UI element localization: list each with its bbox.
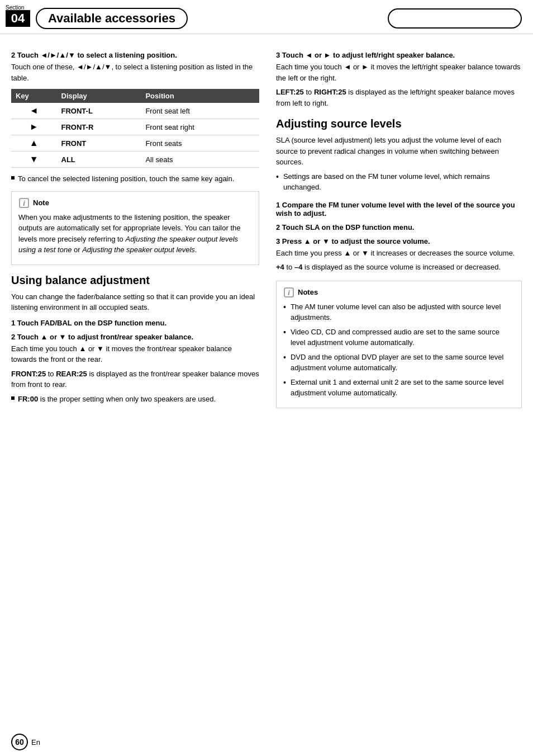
section3-bullets: Settings are based on the FM tuner volum…: [276, 171, 522, 193]
notes-list: The AM tuner volume level can also be ad…: [283, 301, 515, 399]
page-number: 60: [11, 734, 28, 750]
plus4: +4: [276, 263, 284, 271]
lang-label: En: [31, 738, 40, 746]
table-cell-key: ►: [11, 119, 57, 135]
section-number: 04: [6, 10, 30, 27]
footer: 60 En: [11, 734, 40, 750]
table-cell-display: FRONT: [57, 135, 141, 152]
bullet-symbol: [11, 176, 15, 179]
col-position: Position: [141, 89, 259, 103]
rear25: REAR:25: [56, 370, 87, 378]
col-display: Display: [57, 89, 141, 103]
front25: FRONT:25: [11, 370, 46, 378]
sla-step3-heading: 3 Press ▲ or ▼ to adjust the source volu…: [276, 237, 522, 245]
table-header: Key Display Position: [11, 89, 259, 103]
fr00: FR:00: [18, 395, 38, 403]
listening-position-table: Key Display Position ◄ FRONT-L Front sea…: [11, 89, 259, 168]
section2-intro: You can change the fader/balance setting…: [11, 291, 259, 313]
sla-step1-heading: 1 Compare the FM tuner volume level with…: [276, 201, 522, 218]
cancel-note: To cancel the selected listening positio…: [11, 173, 259, 185]
notes-list-item: The AM tuner volume level can also be ad…: [283, 301, 515, 323]
sla-step3-body2: +4 to –4 is displayed as the source volu…: [276, 262, 522, 273]
notes-title: i Notes: [283, 287, 515, 298]
table-row: ► FRONT-R Front seat right: [11, 119, 259, 135]
notes-box: i Notes The AM tuner volume level can al…: [276, 281, 522, 408]
svg-text:i: i: [288, 289, 290, 297]
section3-intro: SLA (source level adjustment) lets you a…: [276, 135, 522, 168]
page: Section 04 Available accessories 2 Touch…: [0, 0, 533, 756]
table-cell-position: Front seat left: [141, 103, 259, 119]
balance-step2-heading: 2 Touch ▲ or ▼ to adjust front/rear spea…: [11, 333, 259, 341]
step3-body: Each time you touch ◄ or ► it moves the …: [276, 62, 522, 83]
note-title: i Note: [18, 197, 252, 209]
balance-step1-heading: 1 Touch FAD/BAL on the DSP function menu…: [11, 319, 259, 327]
to-text: to: [46, 370, 56, 378]
table-row: ▲ FRONT Front seats: [11, 135, 259, 152]
header: 04 Available accessories: [0, 3, 533, 34]
table-cell-display: FRONT-R: [57, 119, 141, 135]
fr00-note: FR:00 is the proper setting when only tw…: [11, 394, 259, 405]
balance-step2-body2: FRONT:25 to REAR:25 is displayed as the …: [11, 368, 259, 390]
sla-step2-heading: 2 Touch SLA on the DSP function menu.: [276, 223, 522, 231]
sla-step3-body1: Each time you press ▲ or ▼ it increases …: [276, 248, 522, 259]
step3-body2: LEFT:25 to RIGHT:25 is displayed as the …: [276, 87, 522, 108]
page-title: Available accessories: [36, 8, 188, 29]
table-cell-key: ◄: [11, 103, 57, 119]
table-cell-position: Front seat right: [141, 119, 259, 135]
svg-text:i: i: [23, 199, 25, 207]
section3-bullet1: Settings are based on the FM tuner volum…: [276, 171, 522, 193]
step3-heading: 3 Touch ◄ or ► to adjust left/right spea…: [276, 51, 522, 59]
table-cell-display: ALL: [57, 152, 141, 168]
note-icon: i: [18, 197, 30, 209]
section-label: Section: [6, 4, 24, 11]
step2-intro: Touch one of these, ◄/►/▲/▼, to select a…: [11, 62, 259, 83]
minus4: –4: [294, 263, 302, 271]
section2-title: Using balance adjustment: [11, 274, 259, 287]
note-body: When you make adjustments to the listeni…: [18, 212, 252, 256]
right25: RIGHT:25: [314, 88, 346, 96]
note-box: i Note When you make adjustments to the …: [11, 191, 259, 265]
notes-list-item: External unit 1 and external unit 2 are …: [283, 377, 515, 399]
table-cell-display: FRONT-L: [57, 103, 141, 119]
table-cell-position: Front seats: [141, 135, 259, 152]
table-row: ▼ ALL All seats: [11, 152, 259, 168]
table-row: ◄ FRONT-L Front seat left: [11, 103, 259, 119]
balance-step2-body1: Each time you touch ▲ or ▼ it moves the …: [11, 343, 259, 365]
bullet-symbol2: [11, 396, 15, 400]
notes-list-item: DVD and the optional DVD player are set …: [283, 352, 515, 374]
table-cell-position: All seats: [141, 152, 259, 168]
left-column: 2 Touch ◄/►/▲/▼ to select a listening po…: [11, 45, 259, 415]
table-body: ◄ FRONT-L Front seat left ► FRONT-R Fron…: [11, 103, 259, 168]
main-content: 2 Touch ◄/►/▲/▼ to select a listening po…: [0, 34, 533, 426]
section3-title: Adjusting source levels: [276, 117, 522, 130]
right-column: 3 Touch ◄ or ► to adjust left/right spea…: [276, 45, 522, 415]
notes-icon: i: [283, 287, 294, 298]
col-key: Key: [11, 89, 57, 103]
header-right-content: [388, 8, 522, 29]
step2-heading: 2 Touch ◄/►/▲/▼ to select a listening po…: [11, 51, 259, 59]
notes-list-item: Video CD, CD and compressed audio are se…: [283, 327, 515, 348]
table-cell-key: ▼: [11, 152, 57, 168]
left25: LEFT:25: [276, 88, 304, 96]
table-cell-key: ▲: [11, 135, 57, 152]
